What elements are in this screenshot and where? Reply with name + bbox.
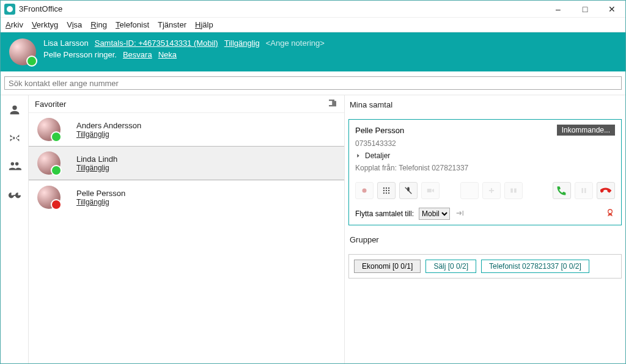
- avatar: [37, 151, 61, 175]
- menu-arkiv[interactable]: Arkiv: [6, 20, 23, 29]
- svg-rect-11: [427, 189, 432, 192]
- hold-button[interactable]: [575, 182, 593, 199]
- favorite-status[interactable]: Tillgänglig: [76, 164, 117, 172]
- nav-rail: [1, 95, 29, 363]
- search-input[interactable]: [4, 76, 622, 90]
- call-transferred-from: Kopplat från: Telefonist 027821337: [355, 164, 615, 172]
- ribbon-icon: [605, 208, 615, 220]
- main-area: Favoriter Anders Andersson Tillgänglig L…: [1, 95, 625, 363]
- svg-rect-14: [582, 188, 583, 193]
- move-call-select[interactable]: Mobil: [419, 208, 450, 220]
- move-call-icon[interactable]: [455, 208, 465, 220]
- call-number: 0735143332: [355, 139, 615, 148]
- menu-telefonist[interactable]: Telefonist: [116, 20, 149, 29]
- favorite-name: Anders Andersson: [76, 121, 141, 130]
- call-details-toggle[interactable]: Detaljer: [355, 151, 615, 160]
- menu-ring[interactable]: Ring: [90, 20, 107, 29]
- move-call-label: Flytta samtalet till:: [355, 209, 414, 218]
- group-button[interactable]: Sälj [0 0/2]: [425, 260, 476, 273]
- record-button[interactable]: [355, 182, 374, 199]
- svg-point-4: [388, 187, 389, 189]
- devices-icon[interactable]: [327, 98, 338, 111]
- groups-icon[interactable]: [6, 158, 23, 175]
- user-header: Lisa Larsson Samtals-ID: +46735143331 (M…: [1, 32, 625, 71]
- title-bar: 3FrontOffice – □ ✕: [1, 1, 625, 18]
- incoming-call-text: Pelle Persson ringer.: [43, 50, 117, 59]
- svg-point-5: [383, 190, 385, 191]
- svg-point-9: [386, 192, 387, 194]
- svg-point-0: [7, 6, 13, 12]
- calls-title: Mina samtal: [348, 98, 622, 112]
- favorites-title: Favoriter: [35, 100, 66, 109]
- app-icon: [4, 4, 15, 15]
- avatar[interactable]: [9, 38, 36, 65]
- group-button[interactable]: Telefonist 027821337 [0 0/2]: [481, 260, 589, 273]
- window-title: 3FrontOffice: [19, 4, 62, 13]
- answer-button[interactable]: [553, 182, 571, 199]
- svg-rect-15: [584, 188, 586, 193]
- svg-point-1: [363, 189, 367, 193]
- maximize-button[interactable]: □: [572, 1, 598, 18]
- svg-point-6: [386, 190, 387, 191]
- calls-panel: Mina samtal Pelle Persson Inkommande... …: [344, 95, 625, 363]
- park-button[interactable]: [504, 182, 523, 199]
- menu-visa[interactable]: Visa: [67, 20, 82, 29]
- favorite-row[interactable]: Anders Andersson Tillgänglig: [29, 112, 344, 146]
- app-window: 3FrontOffice – □ ✕ Arkiv Verktyg Visa Ri…: [0, 0, 626, 364]
- mute-button[interactable]: [399, 182, 418, 199]
- hangup-button[interactable]: [597, 182, 615, 199]
- svg-point-16: [608, 209, 613, 214]
- favorite-status[interactable]: Tillgänglig: [76, 198, 125, 206]
- call-controls: [355, 182, 615, 199]
- availability-link[interactable]: Tillgänglig: [224, 38, 260, 48]
- favorite-status[interactable]: Tillgänglig: [76, 130, 141, 139]
- svg-point-3: [386, 187, 387, 189]
- groups-title: Grupper: [348, 233, 622, 247]
- voicemail-icon[interactable]: [6, 186, 23, 203]
- favorite-row[interactable]: Pelle Persson Tillgänglig: [29, 180, 344, 214]
- svg-point-7: [388, 190, 389, 191]
- call-caller-name: Pelle Persson: [355, 126, 404, 135]
- caller-id-link[interactable]: Samtals-ID: +46735143331 (Mobil): [95, 38, 218, 48]
- keypad-button[interactable]: [377, 182, 396, 199]
- favorite-row[interactable]: Linda Lindh Tillgänglig: [29, 146, 344, 180]
- add-call-button[interactable]: [482, 182, 501, 199]
- svg-point-10: [388, 192, 389, 194]
- svg-rect-12: [510, 189, 513, 193]
- note-placeholder[interactable]: <Ange notering>: [266, 38, 325, 48]
- chevron-right-icon: [355, 153, 361, 159]
- answer-link[interactable]: Besvara: [123, 50, 152, 59]
- favorite-name: Linda Lindh: [76, 155, 117, 164]
- current-user-name: Lisa Larsson: [43, 38, 89, 48]
- menu-verktyg[interactable]: Verktyg: [32, 20, 58, 29]
- avatar: [37, 186, 61, 209]
- svg-point-2: [383, 187, 385, 189]
- avatar: [37, 118, 61, 141]
- video-button[interactable]: [421, 182, 440, 199]
- contacts-icon[interactable]: [6, 101, 23, 118]
- menu-bar: Arkiv Verktyg Visa Ring Telefonist Tjäns…: [1, 18, 625, 32]
- call-card: Pelle Persson Inkommande... 0735143332 D…: [348, 119, 622, 225]
- favorite-name: Pelle Persson: [76, 189, 125, 198]
- minimize-button[interactable]: –: [545, 1, 572, 18]
- callflow-icon[interactable]: [6, 129, 23, 147]
- svg-rect-13: [514, 189, 517, 193]
- menu-tjanster[interactable]: Tjänster: [158, 20, 186, 29]
- favorites-panel: Favoriter Anders Andersson Tillgänglig L…: [29, 95, 344, 363]
- close-button[interactable]: ✕: [598, 1, 625, 18]
- svg-point-8: [383, 192, 385, 194]
- group-button[interactable]: Ekonomi [0 0/1]: [354, 260, 421, 273]
- menu-hjalp[interactable]: Hjälp: [195, 20, 213, 29]
- decline-link[interactable]: Neka: [158, 50, 177, 59]
- transfer-button[interactable]: [460, 182, 479, 199]
- search-bar: [1, 71, 625, 95]
- call-status-badge: Inkommande...: [557, 125, 615, 136]
- groups-box: Ekonomi [0 0/1]Sälj [0 0/2]Telefonist 02…: [348, 254, 622, 278]
